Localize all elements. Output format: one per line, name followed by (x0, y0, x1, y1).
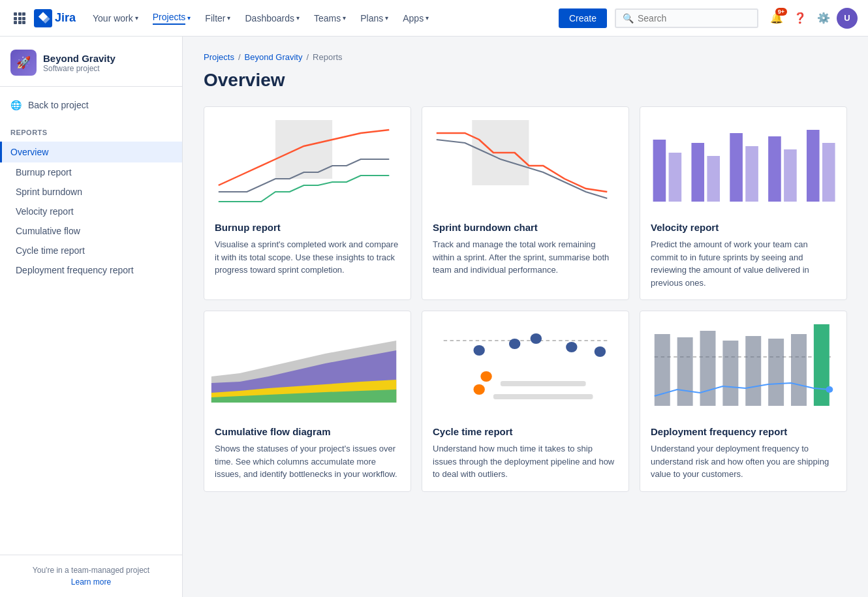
svg-point-30 (566, 342, 577, 352)
topnav-apps[interactable]: Apps ▾ (396, 9, 435, 27)
card-cumulative-flow[interactable]: Cumulative flow diagram Shows the status… (204, 311, 411, 492)
svg-rect-14 (691, 143, 704, 202)
svg-rect-4 (18, 17, 22, 20)
globe-icon: 🌐 (10, 100, 22, 110)
chevron-down-icon: ▾ (135, 14, 138, 22)
chevron-down-icon: ▾ (187, 14, 191, 22)
svg-point-27 (473, 345, 484, 356)
topnav-plans[interactable]: Plans ▾ (354, 9, 395, 27)
sidebar-footer: You're in a team-managed project Learn m… (0, 555, 182, 597)
breadcrumb-beyond-gravity[interactable]: Beyond Gravity (245, 52, 303, 62)
sidebar-back-to-project[interactable]: 🌐 Back to project (0, 95, 182, 115)
svg-point-31 (595, 346, 606, 357)
notification-button[interactable]: 🔔 9+ (766, 8, 787, 29)
card-desc-cumulative-flow: Shows the statuses of your project's iss… (215, 442, 400, 481)
svg-point-45 (826, 386, 833, 393)
sidebar-footer-link[interactable]: Learn more (10, 577, 172, 587)
card-title-velocity: Velocity report (651, 222, 836, 233)
card-title-cumulative-flow: Cumulative flow diagram (215, 426, 400, 437)
topnav-menu: Your work ▾ Projects ▾ Filter ▾ Dashboar… (86, 8, 551, 29)
page-title: Overview (204, 70, 847, 91)
svg-point-32 (480, 371, 491, 382)
svg-rect-35 (493, 394, 593, 399)
svg-rect-17 (745, 146, 758, 202)
card-body-velocity: Velocity report Predict the amount of wo… (640, 211, 846, 299)
svg-rect-0 (14, 12, 17, 16)
card-desc-cycle-time: Understand how much time it takes to shi… (433, 442, 618, 481)
topnav-filter[interactable]: Filter ▾ (198, 9, 237, 27)
jira-logo-text: Jira (55, 11, 76, 25)
sidebar-item-burnup[interactable]: Burnup report (0, 162, 182, 182)
sidebar-item-velocity[interactable]: Velocity report (0, 202, 182, 221)
card-desc-sprint-burndown: Track and manage the total work remainin… (433, 238, 618, 277)
svg-rect-20 (807, 130, 820, 202)
breadcrumb-sep: / (238, 52, 241, 62)
chevron-down-icon: ▾ (227, 14, 230, 22)
card-deployment-frequency[interactable]: Deployment frequency report Understand y… (640, 311, 847, 492)
card-desc-deployment-frequency: Understand your deployment frequency to … (651, 442, 836, 481)
project-type: Software project (43, 64, 116, 73)
search-input[interactable] (638, 13, 751, 23)
card-title-deployment-frequency: Deployment frequency report (651, 426, 836, 437)
chevron-down-icon: ▾ (343, 14, 346, 22)
sidebar-item-cumulative-flow[interactable]: Cumulative flow (0, 221, 182, 241)
svg-rect-13 (669, 153, 682, 202)
breadcrumb-sep2: / (306, 52, 309, 62)
card-body-cycle-time: Cycle time report Understand how much ti… (422, 416, 628, 491)
main-content: Projects / Beyond Gravity / Reports Over… (183, 37, 868, 597)
svg-rect-16 (730, 133, 743, 202)
card-body-deployment-frequency: Deployment frequency report Understand y… (640, 416, 846, 491)
sidebar-item-overview[interactable]: Overview (0, 142, 182, 162)
card-title-sprint-burndown: Sprint burndown chart (433, 222, 618, 233)
sidebar-item-cycle-time[interactable]: Cycle time report (0, 241, 182, 260)
topnav-projects[interactable]: Projects ▾ (146, 8, 198, 29)
svg-rect-3 (14, 17, 17, 20)
chart-velocity (640, 107, 846, 211)
svg-rect-44 (814, 324, 829, 406)
grid-icon[interactable] (10, 9, 29, 27)
breadcrumb-current: Reports (313, 52, 343, 62)
svg-rect-33 (501, 381, 586, 386)
report-grid: Burnup report Visualise a sprint's compl… (204, 106, 847, 492)
create-button[interactable]: Create (559, 8, 607, 28)
svg-rect-21 (822, 143, 835, 202)
svg-rect-18 (768, 136, 781, 202)
search-bar[interactable]: 🔍 (615, 8, 758, 28)
card-sprint-burndown[interactable]: Sprint burndown chart Track and manage t… (422, 106, 629, 300)
card-body-cumulative-flow: Cumulative flow diagram Shows the status… (204, 416, 411, 491)
chevron-down-icon: ▾ (426, 14, 429, 22)
svg-rect-41 (745, 336, 761, 406)
card-burnup[interactable]: Burnup report Visualise a sprint's compl… (204, 106, 411, 300)
breadcrumb-projects[interactable]: Projects (204, 52, 234, 62)
svg-rect-15 (707, 156, 720, 202)
sidebar-reports-header: Reports (0, 123, 182, 142)
chevron-down-icon: ▾ (385, 14, 388, 22)
sidebar: 🚀 Beyond Gravity Software project 🌐 Back… (0, 37, 183, 597)
card-velocity[interactable]: Velocity report Predict the amount of wo… (640, 106, 847, 300)
sidebar-item-deployment-frequency[interactable]: Deployment frequency report (0, 260, 182, 280)
svg-point-34 (473, 384, 484, 395)
svg-rect-7 (18, 21, 22, 24)
help-button[interactable]: ❓ (790, 8, 811, 29)
topnav-dashboards[interactable]: Dashboards ▾ (238, 9, 306, 27)
layout: 🚀 Beyond Gravity Software project 🌐 Back… (0, 37, 868, 597)
svg-point-28 (509, 339, 520, 349)
topnav-your-work[interactable]: Your work ▾ (86, 9, 145, 27)
sidebar-project-info: Beyond Gravity Software project (43, 53, 116, 73)
card-title-burnup: Burnup report (215, 222, 400, 233)
svg-rect-42 (768, 339, 784, 406)
card-cycle-time[interactable]: Cycle time report Understand how much ti… (422, 311, 629, 492)
svg-point-29 (531, 333, 542, 344)
topnav-teams[interactable]: Teams ▾ (307, 9, 352, 27)
svg-rect-8 (22, 21, 25, 24)
jira-logo[interactable]: Jira (34, 9, 76, 27)
topnav-right: 🔔 9+ ❓ ⚙️ U (766, 8, 858, 29)
settings-button[interactable]: ⚙️ (813, 8, 834, 29)
search-icon: 🔍 (623, 13, 634, 23)
sidebar-item-sprint-burndown[interactable]: Sprint burndown (0, 182, 182, 202)
topnav: Jira Your work ▾ Projects ▾ Filter ▾ Das… (0, 0, 868, 37)
avatar[interactable]: U (837, 8, 858, 29)
card-body-burnup: Burnup report Visualise a sprint's compl… (204, 211, 411, 287)
chart-sprint-burndown (422, 107, 628, 211)
sidebar-nav: 🌐 Back to project Reports Overview Burnu… (0, 87, 182, 555)
